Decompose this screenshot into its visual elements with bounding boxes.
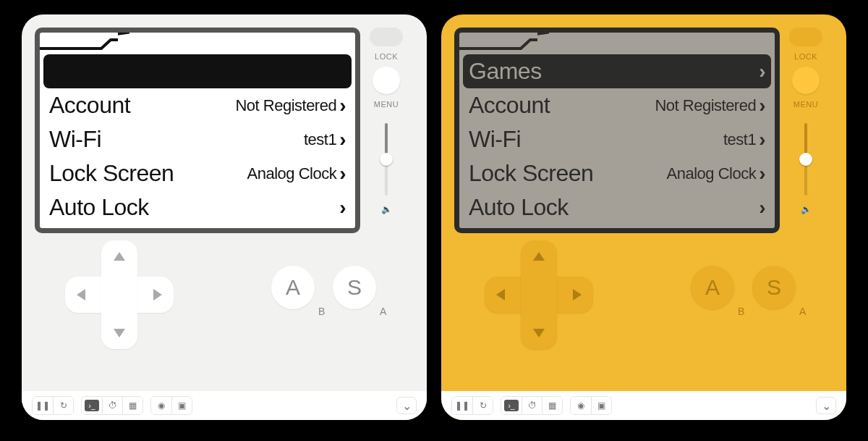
menu-label: Account (469, 92, 655, 119)
menu-label: Account (49, 92, 235, 119)
b-button-label: B (738, 306, 744, 317)
chevron-right-icon: › (339, 130, 346, 150)
dpad-left[interactable] (77, 289, 85, 301)
dpad-right[interactable] (573, 289, 582, 301)
chevron-right-icon: › (759, 130, 765, 150)
speaker-icon: 🔈 (381, 204, 392, 214)
menu-value: Analog Clock (667, 164, 757, 183)
chevron-right-icon: › (759, 96, 765, 116)
dpad (485, 240, 593, 349)
hardware-controls: A S B A (22, 233, 427, 356)
menu-button[interactable] (373, 67, 400, 94)
menu-item-games[interactable]: Games › (43, 54, 352, 88)
dpad-left[interactable] (496, 289, 505, 301)
dpad-down[interactable] (114, 329, 125, 337)
settings-menu: Games › Account Not Registered › Wi-Fi t… (459, 54, 775, 224)
settings-menu: Games › Account Not Registered › Wi-Fi t… (40, 54, 355, 224)
volume-slider[interactable] (385, 123, 388, 196)
svg-rect-1 (537, 33, 549, 35)
expand-button[interactable]: ⌄ (396, 397, 417, 414)
menu-value: test1 (723, 130, 756, 149)
menu-label: Wi-Fi (469, 126, 723, 153)
menu-label: Games (469, 58, 759, 85)
simulator-toolbar: ❚❚ ↻ ›_ ⏱ ▦ ◉ ▣ ⌄ (22, 391, 427, 420)
record-button[interactable]: ▣ (171, 397, 192, 414)
menu-label: Auto Lock (49, 194, 339, 221)
menu-label: Lock Screen (49, 160, 247, 187)
lock-button[interactable] (370, 28, 403, 46)
chevron-right-icon: › (759, 164, 765, 184)
a-button-label: A (799, 306, 806, 317)
hardware-controls: A S B A (441, 233, 846, 356)
slider-thumb[interactable] (380, 153, 393, 166)
pause-button[interactable]: ❚❚ (33, 397, 53, 414)
chevron-right-icon: › (339, 96, 346, 116)
menu-item-autolock[interactable]: Auto Lock › (43, 190, 352, 224)
dpad-up[interactable] (114, 252, 125, 261)
lock-label: LOCK (794, 52, 817, 61)
menu-item-account[interactable]: Account Not Registered › (43, 88, 352, 122)
menu-label: MENU (793, 100, 818, 109)
side-controls: LOCK MENU 🔈 (780, 14, 832, 233)
menu-value: test1 (304, 130, 336, 149)
chevron-right-icon: › (759, 62, 765, 82)
dpad-up[interactable] (533, 252, 545, 261)
speaker-icon: 🔈 (801, 204, 812, 214)
menu-item-wifi[interactable]: Wi-Fi test1 › (43, 122, 352, 156)
simulator-toolbar: ❚❚ ↻ ›_ ⏱ ▦ ◉ ▣ ⌄ (441, 391, 846, 420)
a-button-label: A (380, 306, 386, 317)
restart-button[interactable]: ↻ (53, 397, 73, 414)
console-button[interactable]: ›_ (501, 397, 522, 414)
menu-button[interactable] (792, 67, 820, 94)
dpad-right[interactable] (153, 289, 162, 301)
charging-cable-icon (459, 33, 775, 54)
b-button[interactable]: A (691, 266, 734, 309)
menu-item-lockscreen[interactable]: Lock Screen Analog Clock › (43, 156, 352, 190)
svg-rect-0 (118, 33, 129, 35)
screenshot-button[interactable]: ◉ (151, 397, 171, 414)
menu-item-wifi[interactable]: Wi-Fi test1 › (463, 122, 771, 156)
menu-value: Not Registered (655, 96, 756, 115)
b-button[interactable]: A (271, 266, 315, 309)
record-button[interactable]: ▣ (591, 397, 611, 414)
menu-label: Games (49, 58, 339, 85)
console-button[interactable]: ›_ (82, 397, 102, 414)
pause-button[interactable]: ❚❚ (452, 397, 472, 414)
menu-item-games[interactable]: Games › (463, 54, 771, 88)
charging-cable-icon (40, 33, 355, 54)
restart-button[interactable]: ↻ (472, 397, 493, 414)
stopwatch-button[interactable]: ⏱ (522, 397, 542, 414)
menu-value: Not Registered (235, 96, 336, 115)
screenshot-button[interactable]: ◉ (571, 397, 591, 414)
lock-label: LOCK (375, 52, 398, 61)
lock-button[interactable] (789, 28, 822, 46)
display: Games › Account Not Registered › Wi-Fi t… (35, 28, 360, 233)
a-button[interactable]: S (333, 266, 376, 309)
menu-label: Auto Lock (469, 194, 759, 221)
menu-value: Analog Clock (247, 164, 337, 183)
stopwatch-button[interactable]: ⏱ (102, 397, 122, 414)
menu-item-account[interactable]: Account Not Registered › (463, 88, 771, 122)
memory-button[interactable]: ▦ (542, 397, 562, 414)
dpad (65, 240, 174, 349)
chevron-right-icon: › (339, 164, 346, 184)
a-button[interactable]: S (752, 266, 796, 309)
dpad-down[interactable] (533, 329, 545, 337)
display: Games › Account Not Registered › Wi-Fi t… (454, 28, 780, 233)
menu-item-lockscreen[interactable]: Lock Screen Analog Clock › (463, 156, 771, 190)
menu-label: Lock Screen (469, 160, 667, 187)
menu-item-autolock[interactable]: Auto Lock › (463, 190, 771, 224)
b-button-label: B (318, 306, 325, 317)
chevron-right-icon: › (339, 62, 346, 82)
menu-label: MENU (374, 100, 399, 109)
memory-button[interactable]: ▦ (122, 397, 142, 414)
expand-button[interactable]: ⌄ (816, 397, 836, 414)
chevron-right-icon: › (759, 198, 765, 218)
side-controls: LOCK MENU 🔈 (360, 14, 412, 233)
chevron-right-icon: › (339, 198, 346, 218)
volume-slider[interactable] (804, 123, 807, 196)
menu-label: Wi-Fi (49, 126, 304, 153)
slider-thumb[interactable] (799, 153, 812, 166)
playdate-simulator-light: Games › Account Not Registered › Wi-Fi t… (22, 14, 427, 420)
playdate-simulator-yellow: Games › Account Not Registered › Wi-Fi t… (441, 14, 846, 420)
